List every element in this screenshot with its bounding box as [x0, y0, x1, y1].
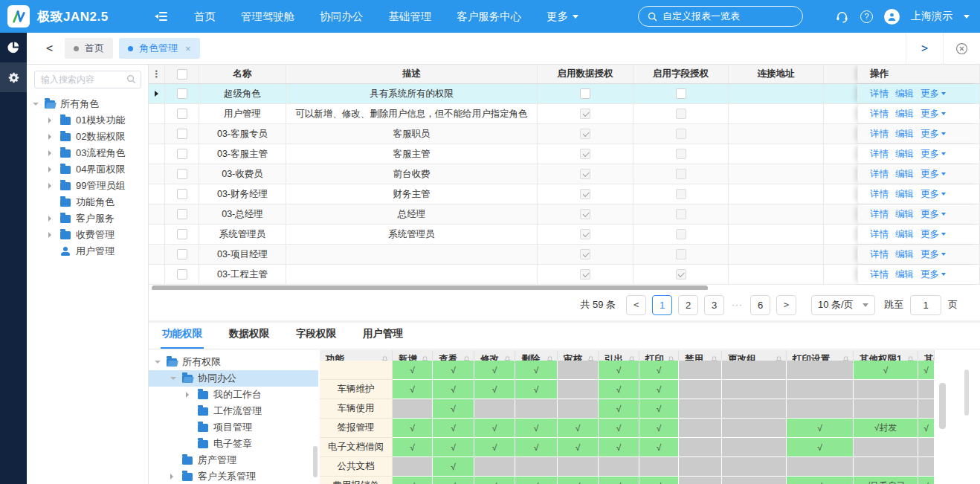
prev-page-button[interactable]: < [626, 295, 646, 315]
tree-search-input[interactable] [34, 71, 141, 88]
perm-granted-cell[interactable]: √ [393, 477, 433, 484]
perm-table-row[interactable]: 签报管理√√√√√√√√√封发√ [320, 419, 980, 438]
perm-granted-cell[interactable]: √ [433, 477, 474, 484]
perm-denied-cell[interactable] [854, 399, 918, 419]
row-checkbox[interactable] [177, 129, 187, 139]
more-link[interactable]: 更多 [921, 268, 946, 281]
edit-link[interactable]: 编辑 [895, 268, 914, 281]
vertical-scrollbar[interactable] [964, 370, 969, 416]
auth-checkbox[interactable] [676, 169, 686, 179]
perm-denied-cell[interactable] [679, 399, 722, 419]
perm-table-row[interactable]: √√√√√√√√ [320, 361, 980, 380]
perm-table-row[interactable]: 车辆使用√√√ [320, 399, 980, 419]
role-table-row[interactable]: 用户管理可以新增、修改、删除用户信息，但不能给用户指定角色详情编辑更多 [149, 104, 980, 124]
perm-denied-cell[interactable] [515, 457, 558, 477]
auth-checkbox[interactable] [676, 88, 686, 99]
nav-item[interactable]: 客户服务中心 [457, 10, 521, 24]
edit-link[interactable]: 编辑 [895, 148, 914, 161]
perm-tree-item[interactable]: 我的工作台 [149, 387, 318, 403]
perm-tree-item[interactable]: 电子签章 [149, 436, 318, 452]
column-header-field-auth[interactable]: 启用字段授权 [634, 65, 729, 83]
column-header-desc[interactable]: 描述 [286, 65, 538, 83]
perm-granted-cell[interactable]: √ [599, 380, 639, 399]
edit-link[interactable]: 编辑 [895, 108, 914, 120]
edit-link[interactable]: 编辑 [895, 168, 914, 181]
role-table-row[interactable]: 03-财务经理财务主管详情编辑更多 [149, 184, 980, 204]
column-menu-icon[interactable]: ⋮ [149, 65, 165, 83]
perm-granted-cell[interactable]: √ [639, 399, 679, 419]
perm-granted-cell[interactable]: √ [474, 438, 515, 457]
tab-close-icon[interactable]: × [185, 43, 191, 54]
perm-denied-cell[interactable] [918, 380, 935, 399]
perm-granted-cell[interactable]: √ [787, 477, 854, 484]
row-checkbox[interactable] [177, 169, 187, 179]
column-header-address[interactable]: 连接地址 [729, 65, 824, 83]
tab-role-management[interactable]: 角色管理 × [119, 38, 200, 59]
role-table-row[interactable]: 03-客服主管客服主管详情编辑更多 [149, 144, 980, 164]
perm-tab-item[interactable]: 用户管理 [361, 327, 404, 349]
user-menu-caret-icon[interactable] [964, 15, 970, 19]
nav-item[interactable]: 协同办公 [320, 10, 363, 24]
role-tree-item[interactable]: 01模块功能 [27, 112, 148, 129]
edit-link[interactable]: 编辑 [895, 248, 914, 261]
rail-item-settings[interactable] [0, 62, 27, 92]
auth-checkbox[interactable] [580, 189, 590, 199]
perm-denied-cell[interactable] [854, 438, 918, 457]
perm-granted-cell[interactable]: √ [639, 438, 679, 457]
auth-checkbox[interactable] [676, 189, 686, 199]
perm-denied-cell[interactable] [787, 457, 854, 477]
more-link[interactable]: 更多 [921, 188, 946, 201]
tabs-scroll-right-icon[interactable]: > [906, 33, 943, 64]
perm-denied-cell[interactable] [679, 438, 722, 457]
perm-granted-cell[interactable]: √ [599, 438, 639, 457]
page-size-select[interactable]: 10 条/页 [811, 295, 875, 315]
more-link[interactable]: 更多 [921, 88, 946, 100]
perm-granted-cell[interactable]: √ [433, 399, 474, 419]
auth-checkbox[interactable] [580, 169, 590, 179]
perm-granted-cell[interactable]: √ [918, 477, 935, 484]
perm-granted-cell[interactable]: √ [393, 380, 433, 399]
more-link[interactable]: 更多 [921, 148, 946, 161]
nav-item-more[interactable]: 更多 [547, 10, 578, 24]
auth-checkbox[interactable] [580, 229, 590, 239]
detail-link[interactable]: 详情 [870, 268, 889, 281]
perm-granted-cell[interactable]: √ [433, 419, 474, 438]
nav-item[interactable]: 基础管理 [388, 10, 431, 24]
row-checkbox[interactable] [177, 88, 187, 99]
perm-denied-cell[interactable] [679, 419, 722, 438]
tree-caret-icon[interactable] [48, 232, 58, 238]
edit-link[interactable]: 编辑 [895, 188, 914, 201]
perm-granted-cell[interactable]: √ [393, 438, 433, 457]
more-link[interactable]: 更多 [921, 248, 946, 261]
auth-checkbox[interactable] [580, 109, 590, 119]
more-link[interactable]: 更多 [921, 208, 946, 221]
detail-link[interactable]: 详情 [870, 188, 889, 201]
perm-granted-cell[interactable]: √ [918, 419, 935, 438]
more-link[interactable]: 更多 [921, 128, 946, 141]
perm-denied-cell[interactable] [679, 457, 722, 477]
perm-tab-item[interactable]: 字段权限 [294, 327, 338, 349]
detail-link[interactable]: 详情 [870, 148, 889, 161]
perm-denied-cell[interactable] [639, 457, 679, 477]
perm-table-row[interactable]: 公共文档√ [320, 457, 980, 477]
perm-granted-cell[interactable]: √ [474, 380, 515, 399]
perm-granted-cell[interactable]: √ [599, 419, 639, 438]
auth-checkbox[interactable] [676, 249, 686, 259]
perm-granted-cell[interactable]: √ [393, 361, 433, 380]
perm-denied-cell[interactable] [722, 477, 787, 484]
perm-granted-cell[interactable]: √ [599, 477, 639, 484]
role-table-row[interactable]: 03-收费员前台收费详情编辑更多 [149, 164, 980, 184]
perm-tree-item[interactable]: 客户关系管理 [149, 468, 318, 484]
perm-denied-cell[interactable] [679, 380, 722, 399]
tree-caret-icon[interactable] [170, 474, 180, 480]
perm-denied-cell[interactable] [393, 399, 433, 419]
perm-denied-cell[interactable] [558, 380, 599, 399]
tab-home[interactable]: 首页 [65, 38, 113, 59]
close-all-tabs-icon[interactable] [943, 33, 980, 64]
role-tree-item[interactable]: 02数据权限 [27, 129, 148, 145]
perm-table-row[interactable]: 费用报销单√√√√√√√√√只看自己√ [320, 477, 980, 484]
role-tree-item[interactable]: 99管理员组 [27, 178, 148, 194]
page-ellipsis[interactable]: ··· [732, 300, 743, 310]
auth-checkbox[interactable] [676, 109, 686, 119]
role-table-row[interactable]: 03-客服专员客服职员详情编辑更多 [149, 124, 980, 144]
